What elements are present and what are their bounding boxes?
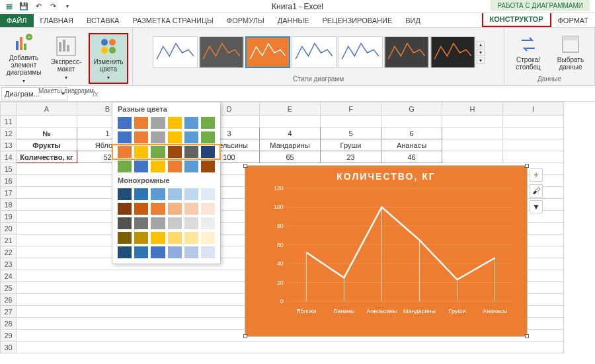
cell[interactable]: Мандарины xyxy=(260,139,321,151)
col-header[interactable]: E xyxy=(260,102,321,116)
tab-chart-format[interactable]: ФОРМАТ xyxy=(551,14,596,27)
cell[interactable]: 6 xyxy=(381,127,442,139)
quick-layout-label: Экспресс-макет xyxy=(49,58,83,73)
color-scheme-option[interactable] xyxy=(112,201,220,216)
tab-file[interactable]: ФАЙЛ xyxy=(0,14,34,27)
style-thumb-7[interactable] xyxy=(430,36,475,68)
tab-home[interactable]: ГЛАВНАЯ xyxy=(34,14,80,27)
row-header[interactable]: 12 xyxy=(1,127,17,139)
add-chart-element-button[interactable]: + Добавить элемент диаграммы▾ xyxy=(4,30,44,86)
tab-page-layout[interactable]: РАЗМЕТКА СТРАНИЦЫ xyxy=(126,14,219,27)
chart-brush-button[interactable]: 🖌 xyxy=(530,184,543,198)
col-header[interactable]: I xyxy=(503,102,564,116)
col-header[interactable]: F xyxy=(321,102,381,116)
tab-formulas[interactable]: ФОРМУЛЫ xyxy=(220,14,271,27)
row-header[interactable]: 26 xyxy=(1,294,17,306)
color-scheme-option[interactable] xyxy=(112,216,220,231)
cell[interactable]: № xyxy=(17,127,77,139)
name-box[interactable]: Диаграм... ▾ xyxy=(1,87,67,100)
row-header[interactable]: 15 xyxy=(1,163,17,175)
row-header[interactable]: 22 xyxy=(1,246,17,258)
tab-review[interactable]: РЕЦЕНЗИРОВАНИЕ xyxy=(315,14,399,27)
svg-text:Яблоки: Яблоки xyxy=(296,308,316,314)
color-scheme-option[interactable] xyxy=(112,130,220,145)
cell[interactable]: 65 xyxy=(260,151,321,163)
row-header[interactable]: 20 xyxy=(1,223,17,235)
row-header[interactable]: 23 xyxy=(1,258,17,270)
chart-title[interactable]: КОЛИЧЕСТВО, КГ xyxy=(245,166,527,182)
select-all-corner[interactable] xyxy=(1,102,17,116)
tab-data[interactable]: ДАННЫЕ xyxy=(271,14,316,27)
fx-confirm-icon[interactable]: ✓ xyxy=(83,89,89,98)
cell[interactable]: 46 xyxy=(381,151,442,163)
color-swatch xyxy=(201,117,215,129)
cell[interactable]: Количество, кг xyxy=(17,151,77,163)
row-header[interactable]: 28 xyxy=(1,318,17,330)
cell[interactable]: Ананасы xyxy=(381,139,442,151)
fx-cancel-icon[interactable]: ✕ xyxy=(73,89,79,98)
cell[interactable]: 5 xyxy=(321,127,381,139)
color-scheme-option[interactable] xyxy=(112,245,220,260)
chart-plot-area[interactable]: 020406080100120ЯблокиБананыАпельсиныМанд… xyxy=(265,186,520,317)
gallery-scroll-up[interactable]: ▴ xyxy=(477,41,485,48)
color-scheme-option[interactable] xyxy=(112,116,220,130)
color-scheme-option[interactable] xyxy=(112,145,220,159)
add-element-icon: + xyxy=(13,32,34,53)
tab-insert[interactable]: ВСТАВКА xyxy=(80,14,126,27)
row-header[interactable]: 30 xyxy=(1,342,17,353)
select-data-label: Выбрать данные xyxy=(553,56,588,71)
color-scheme-option[interactable] xyxy=(112,231,220,245)
resize-handle[interactable] xyxy=(525,164,529,168)
style-thumb-2[interactable] xyxy=(199,36,244,68)
style-thumb-4[interactable] xyxy=(292,36,337,68)
row-header[interactable]: 17 xyxy=(1,187,17,199)
resize-handle[interactable] xyxy=(243,164,247,168)
style-thumb-3[interactable] xyxy=(245,36,290,68)
row-header[interactable]: 11 xyxy=(1,116,17,127)
resize-handle[interactable] xyxy=(243,334,247,338)
row-header[interactable]: 21 xyxy=(1,235,17,246)
row-header[interactable]: 19 xyxy=(1,211,17,223)
style-thumb-5[interactable] xyxy=(338,36,383,68)
embedded-chart[interactable]: КОЛИЧЕСТВО, КГ 020406080100120ЯблокиБана… xyxy=(245,165,528,337)
col-header[interactable]: G xyxy=(381,102,442,116)
switch-row-col-button[interactable]: Строка/ столбец xyxy=(508,32,548,72)
gallery-scroll-down[interactable]: ▾ xyxy=(477,49,485,56)
change-colors-button[interactable]: Изменить цвета▾ xyxy=(89,33,128,84)
cell[interactable]: 4 xyxy=(260,127,321,139)
row-header[interactable]: 16 xyxy=(1,175,17,187)
fx-icon[interactable]: fx xyxy=(93,90,99,98)
name-box-dropdown-icon[interactable]: ▾ xyxy=(61,91,64,96)
row-header[interactable]: 14 xyxy=(1,151,17,163)
color-swatch xyxy=(151,246,165,258)
row-header[interactable]: 18 xyxy=(1,199,17,211)
qat-customize[interactable]: ▾ xyxy=(62,1,73,12)
ribbon: + Добавить элемент диаграммы▾ Экспресс-м… xyxy=(0,28,595,86)
row-header[interactable]: 25 xyxy=(1,282,17,294)
col-header[interactable]: A xyxy=(17,102,77,116)
svg-text:Груши: Груши xyxy=(449,308,466,314)
quick-layout-button[interactable]: Экспресс-макет▾ xyxy=(46,34,86,83)
undo-button[interactable]: ↶ xyxy=(33,1,44,12)
row-header[interactable]: 29 xyxy=(1,330,17,342)
col-header[interactable]: H xyxy=(442,102,503,116)
row-header[interactable]: 27 xyxy=(1,306,17,318)
row-header[interactable]: 13 xyxy=(1,139,17,151)
color-scheme-option[interactable] xyxy=(112,187,220,201)
gallery-more[interactable]: ▾ xyxy=(477,57,485,64)
chart-filter-button[interactable]: ▼ xyxy=(530,200,543,213)
resize-handle[interactable] xyxy=(525,334,529,338)
tab-view[interactable]: ВИД xyxy=(399,14,427,27)
cell[interactable]: 23 xyxy=(321,151,381,163)
style-thumb-6[interactable] xyxy=(384,36,429,68)
save-button[interactable]: 💾 xyxy=(19,1,29,12)
color-scheme-option[interactable] xyxy=(112,159,220,174)
redo-button[interactable]: ↷ xyxy=(48,1,58,12)
cell[interactable]: Фрукты xyxy=(17,139,77,151)
style-thumb-1[interactable] xyxy=(153,36,198,68)
row-header[interactable]: 24 xyxy=(1,270,17,282)
tab-chart-design[interactable]: КОНСТРУКТОР xyxy=(482,11,551,27)
cell[interactable]: Груши xyxy=(321,139,381,151)
select-data-button[interactable]: Выбрать данные xyxy=(551,32,590,72)
chart-plus-button[interactable]: + xyxy=(530,168,543,182)
